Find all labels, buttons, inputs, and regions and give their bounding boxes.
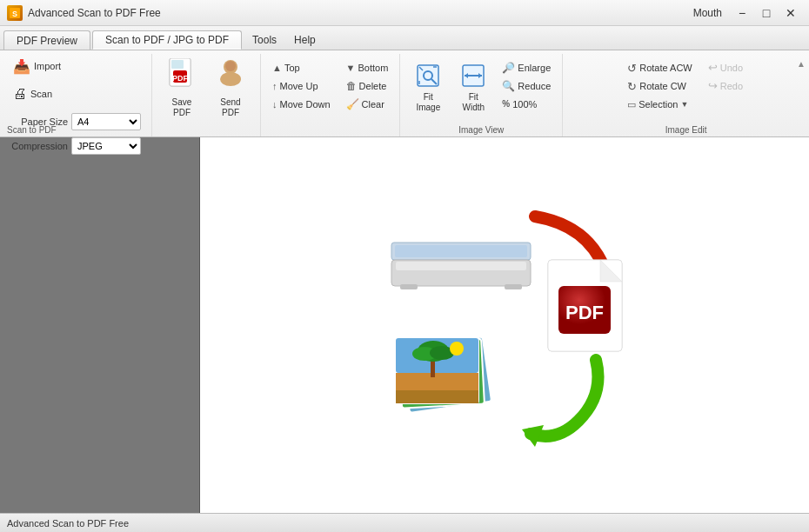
- rotate-cw-button[interactable]: ↻ Rotate CW: [623, 77, 697, 95]
- ribbon-group-scan: 📥 Import 🖨 Scan Paper Size A4A3A5LetterL…: [0, 54, 152, 136]
- ribbon-collapse-button[interactable]: ▲: [795, 57, 807, 70]
- status-bar: Advanced Scan to PDF Free: [0, 513, 809, 532]
- reduce-button[interactable]: 🔍 Reduce: [498, 77, 555, 94]
- move-up-button[interactable]: ↑ Move Up: [268, 77, 335, 95]
- svg-rect-37: [396, 390, 478, 403]
- svg-text:PDF: PDF: [172, 74, 189, 83]
- rotate-col: ↺ Rotate ACW ↻ Rotate CW ▭ Selection ▼: [623, 57, 697, 113]
- delete-icon: 🗑: [346, 80, 357, 92]
- app-icon: S: [7, 5, 23, 21]
- ribbon-group-save: PDF SavePDF SendPDF: [152, 54, 261, 136]
- delete-button[interactable]: 🗑 Delete: [342, 77, 393, 95]
- group-label-image-view: Image View: [458, 125, 504, 135]
- fit-width-icon: [461, 63, 485, 90]
- undo-icon: ↩: [708, 61, 718, 74]
- redo-button[interactable]: ↪ Redo: [702, 77, 749, 94]
- zoom-controls: 🔎 Enlarge 🔍 Reduce % 100%: [498, 57, 555, 112]
- ribbon-group-image-view: FitImage FitWidth 🔎 Enlarge: [400, 54, 563, 136]
- scan-icon: 🖨: [13, 86, 27, 102]
- svg-point-8: [220, 72, 241, 86]
- fit-image-icon: [416, 63, 440, 90]
- reduce-icon: 🔍: [502, 80, 515, 92]
- selection-icon: ▭: [627, 99, 636, 110]
- edit-col-left: ▲ Top ↑ Move Up ↓ Move Down: [268, 57, 335, 113]
- import-button[interactable]: 📥 Import: [7, 56, 85, 76]
- save-pdf-icon: PDF: [168, 58, 196, 96]
- svg-text:PDF: PDF: [565, 302, 604, 323]
- bottom-icon: ▼: [346, 63, 356, 73]
- ribbon-group-edit: ▲ Top ↑ Move Up ↓ Move Down ▼ Bottom: [261, 54, 400, 136]
- undo-col: ↩ Undo ↪ Redo: [702, 57, 749, 94]
- top-button[interactable]: ▲ Top: [268, 59, 335, 76]
- paper-size-select[interactable]: A4A3A5LetterLegal: [71, 113, 141, 130]
- title-bar: S Advanced Scan to PDF Free Mouth − □ ✕: [0, 0, 809, 26]
- svg-point-9: [225, 61, 236, 71]
- minimize-button[interactable]: −: [731, 4, 753, 22]
- clear-button[interactable]: 🧹 Clear: [342, 96, 393, 113]
- send-pdf-button[interactable]: SendPDF: [208, 57, 253, 116]
- menu-help[interactable]: Help: [285, 30, 324, 50]
- window-label: Mouth: [693, 7, 722, 19]
- top-icon: ▲: [272, 63, 282, 73]
- selection-button[interactable]: ▭ Selection ▼: [623, 96, 697, 113]
- status-text: Advanced Scan to PDF Free: [7, 518, 129, 529]
- move-down-button[interactable]: ↓ Move Down: [268, 96, 335, 113]
- compression-row: Compression JPEGLZWNone: [7, 137, 141, 155]
- save-pdf-label: SavePDF: [172, 97, 192, 118]
- rotate-acw-icon: ↺: [627, 62, 637, 75]
- move-up-icon: ↑: [272, 81, 277, 91]
- group-label-scan: Scan to PDF: [7, 125, 57, 135]
- save-pdf-button[interactable]: PDF SavePDF: [159, 57, 204, 116]
- svg-rect-25: [505, 284, 522, 289]
- tab-bar: PDF Preview Scan to PDF / JPG to PDF Too…: [0, 26, 809, 50]
- sidebar: [0, 137, 200, 513]
- tab-pdf-preview[interactable]: PDF Preview: [3, 30, 90, 50]
- fit-width-label: FitWidth: [463, 92, 485, 113]
- zoom-100-icon: %: [502, 99, 510, 109]
- send-pdf-label: SendPDF: [220, 97, 240, 118]
- rotate-cw-icon: ↻: [627, 80, 637, 93]
- edit-col-right: ▼ Bottom 🗑 Delete 🧹 Clear: [342, 57, 393, 113]
- svg-rect-23: [396, 262, 526, 270]
- bottom-button[interactable]: ▼ Bottom: [342, 59, 393, 76]
- compression-select[interactable]: JPEGLZWNone: [71, 137, 141, 155]
- svg-point-42: [450, 342, 464, 356]
- enlarge-button[interactable]: 🔎 Enlarge: [498, 59, 555, 76]
- content-area: PDF: [200, 137, 809, 513]
- title-bar-controls: Mouth − □ ✕: [693, 4, 802, 22]
- close-button[interactable]: ✕: [779, 4, 802, 22]
- svg-rect-21: [395, 245, 527, 257]
- ribbon: 📥 Import 🖨 Scan Paper Size A4A3A5LetterL…: [0, 50, 809, 137]
- enlarge-icon: 🔎: [502, 62, 515, 74]
- title-bar-left: S Advanced Scan to PDF Free: [7, 5, 161, 21]
- group-label-image-edit: Image Edit: [665, 125, 707, 135]
- maximize-button[interactable]: □: [755, 4, 778, 22]
- undo-button[interactable]: ↩ Undo: [702, 59, 749, 76]
- svg-rect-24: [400, 284, 418, 289]
- tab-scan-to-pdf[interactable]: Scan to PDF / JPG to PDF: [92, 30, 242, 50]
- selection-dropdown-icon: ▼: [680, 100, 688, 109]
- main-illustration: PDF: [365, 199, 644, 451]
- menu-tools[interactable]: Tools: [244, 30, 285, 50]
- fit-image-button[interactable]: FitImage: [407, 57, 449, 116]
- app-title: Advanced Scan to PDF Free: [28, 7, 161, 19]
- import-icon: 📥: [13, 58, 30, 75]
- svg-text:S: S: [12, 10, 17, 18]
- redo-icon: ↪: [708, 79, 718, 92]
- rotate-acw-button[interactable]: ↺ Rotate ACW: [623, 59, 697, 76]
- fit-image-label: FitImage: [416, 92, 440, 113]
- clear-icon: 🧹: [346, 98, 359, 110]
- fit-width-button[interactable]: FitWidth: [452, 57, 494, 116]
- svg-rect-6: [171, 60, 184, 69]
- zoom-100-button[interactable]: % 100%: [498, 96, 555, 112]
- ribbon-group-image-edit: ↺ Rotate ACW ↻ Rotate CW ▭ Selection ▼ ↩…: [563, 54, 809, 136]
- main-area: PDF: [0, 137, 809, 513]
- scan-button[interactable]: 🖨 Scan: [7, 83, 85, 104]
- send-pdf-icon: [217, 58, 244, 96]
- move-down-icon: ↓: [272, 99, 277, 110]
